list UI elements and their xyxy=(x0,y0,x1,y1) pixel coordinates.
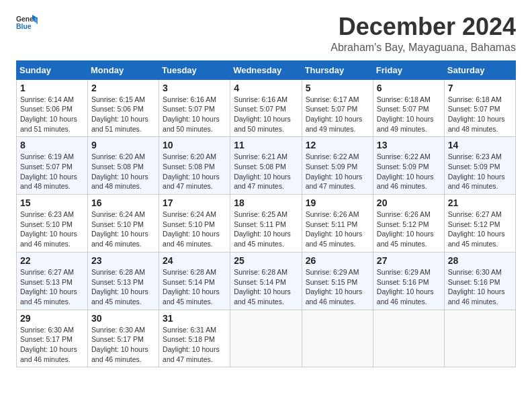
day-info: Sunrise: 6:30 AM Sunset: 5:17 PM Dayligh… xyxy=(91,325,155,365)
day-info: Sunrise: 6:30 AM Sunset: 5:17 PM Dayligh… xyxy=(20,325,84,365)
day-info: Sunrise: 6:23 AM Sunset: 5:10 PM Dayligh… xyxy=(20,210,84,249)
day-number: 16 xyxy=(91,197,155,208)
day-info: Sunrise: 6:20 AM Sunset: 5:08 PM Dayligh… xyxy=(163,152,226,191)
day-number: 6 xyxy=(377,83,441,93)
day-number: 8 xyxy=(20,140,84,150)
week-row-4: 22Sunrise: 6:27 AM Sunset: 5:13 PM Dayli… xyxy=(17,252,516,310)
day-info: Sunrise: 6:22 AM Sunset: 5:09 PM Dayligh… xyxy=(306,152,369,191)
calendar-cell: 31Sunrise: 6:31 AM Sunset: 5:18 PM Dayli… xyxy=(159,310,230,367)
day-number: 4 xyxy=(234,83,298,93)
week-row-5: 29Sunrise: 6:30 AM Sunset: 5:17 PM Dayli… xyxy=(17,310,516,367)
week-row-2: 8Sunrise: 6:19 AM Sunset: 5:07 PM Daylig… xyxy=(17,137,516,195)
week-row-1: 1Sunrise: 6:14 AM Sunset: 5:06 PM Daylig… xyxy=(17,79,516,137)
day-number: 15 xyxy=(20,197,84,208)
calendar-cell: 16Sunrise: 6:24 AM Sunset: 5:10 PM Dayli… xyxy=(88,195,159,253)
day-number: 1 xyxy=(20,83,84,93)
day-info: Sunrise: 6:24 AM Sunset: 5:10 PM Dayligh… xyxy=(91,210,155,249)
calendar-cell: 22Sunrise: 6:27 AM Sunset: 5:13 PM Dayli… xyxy=(17,252,88,310)
day-info: Sunrise: 6:25 AM Sunset: 5:11 PM Dayligh… xyxy=(234,210,298,249)
day-info: Sunrise: 6:28 AM Sunset: 5:14 PM Dayligh… xyxy=(163,267,226,307)
day-number: 20 xyxy=(377,197,441,208)
day-number: 29 xyxy=(20,313,84,324)
calendar-cell: 7Sunrise: 6:18 AM Sunset: 5:07 PM Daylig… xyxy=(444,79,515,137)
day-info: Sunrise: 6:21 AM Sunset: 5:08 PM Dayligh… xyxy=(234,152,298,191)
calendar-cell: 28Sunrise: 6:30 AM Sunset: 5:16 PM Dayli… xyxy=(444,252,515,310)
calendar-cell: 1Sunrise: 6:14 AM Sunset: 5:06 PM Daylig… xyxy=(17,79,88,137)
calendar-cell xyxy=(230,310,302,367)
col-thursday: Thursday xyxy=(302,60,373,79)
calendar-cell: 30Sunrise: 6:30 AM Sunset: 5:17 PM Dayli… xyxy=(88,310,159,367)
day-info: Sunrise: 6:17 AM Sunset: 5:07 PM Dayligh… xyxy=(306,95,369,134)
calendar-cell: 13Sunrise: 6:22 AM Sunset: 5:09 PM Dayli… xyxy=(373,137,444,195)
day-number: 13 xyxy=(377,140,441,150)
calendar-cell: 6Sunrise: 6:18 AM Sunset: 5:07 PM Daylig… xyxy=(373,79,444,137)
col-sunday: Sunday xyxy=(17,60,88,79)
day-info: Sunrise: 6:26 AM Sunset: 5:11 PM Dayligh… xyxy=(306,210,369,249)
day-number: 21 xyxy=(448,197,512,208)
calendar-cell: 15Sunrise: 6:23 AM Sunset: 5:10 PM Dayli… xyxy=(17,195,88,253)
calendar-cell: 12Sunrise: 6:22 AM Sunset: 5:09 PM Dayli… xyxy=(302,137,373,195)
day-number: 24 xyxy=(163,255,226,266)
col-friday: Friday xyxy=(373,60,444,79)
day-number: 10 xyxy=(163,140,226,150)
day-info: Sunrise: 6:20 AM Sunset: 5:08 PM Dayligh… xyxy=(91,152,155,191)
day-number: 30 xyxy=(91,313,155,324)
weekday-header-row: Sunday Monday Tuesday Wednesday Thursday… xyxy=(17,60,516,79)
day-info: Sunrise: 6:15 AM Sunset: 5:06 PM Dayligh… xyxy=(91,95,155,134)
calendar-cell: 29Sunrise: 6:30 AM Sunset: 5:17 PM Dayli… xyxy=(17,310,88,367)
calendar-cell: 8Sunrise: 6:19 AM Sunset: 5:07 PM Daylig… xyxy=(17,137,88,195)
day-number: 2 xyxy=(91,83,155,93)
day-number: 27 xyxy=(377,255,441,266)
calendar-cell xyxy=(373,310,444,367)
day-number: 22 xyxy=(20,255,84,266)
day-number: 25 xyxy=(234,255,298,266)
day-number: 18 xyxy=(234,197,298,208)
day-info: Sunrise: 6:31 AM Sunset: 5:18 PM Dayligh… xyxy=(163,325,226,365)
day-number: 28 xyxy=(448,255,512,266)
title-block: December 2024 Abraham's Bay, Mayaguana, … xyxy=(330,13,516,54)
calendar-cell: 11Sunrise: 6:21 AM Sunset: 5:08 PM Dayli… xyxy=(230,137,302,195)
calendar-cell: 21Sunrise: 6:27 AM Sunset: 5:12 PM Dayli… xyxy=(444,195,515,253)
calendar-cell: 27Sunrise: 6:29 AM Sunset: 5:16 PM Dayli… xyxy=(373,252,444,310)
day-number: 7 xyxy=(448,83,512,93)
day-info: Sunrise: 6:26 AM Sunset: 5:12 PM Dayligh… xyxy=(377,210,441,249)
day-number: 31 xyxy=(163,313,226,324)
svg-text:Blue: Blue xyxy=(16,23,32,30)
calendar-cell: 2Sunrise: 6:15 AM Sunset: 5:06 PM Daylig… xyxy=(88,79,159,137)
calendar-cell xyxy=(444,310,515,367)
day-info: Sunrise: 6:29 AM Sunset: 5:15 PM Dayligh… xyxy=(306,267,369,307)
col-saturday: Saturday xyxy=(444,60,515,79)
day-info: Sunrise: 6:19 AM Sunset: 5:07 PM Dayligh… xyxy=(20,152,84,191)
calendar-cell: 17Sunrise: 6:24 AM Sunset: 5:10 PM Dayli… xyxy=(159,195,230,253)
week-row-3: 15Sunrise: 6:23 AM Sunset: 5:10 PM Dayli… xyxy=(17,195,516,253)
calendar-cell: 14Sunrise: 6:23 AM Sunset: 5:09 PM Dayli… xyxy=(444,137,515,195)
day-info: Sunrise: 6:29 AM Sunset: 5:16 PM Dayligh… xyxy=(377,267,441,307)
calendar-cell: 25Sunrise: 6:28 AM Sunset: 5:14 PM Dayli… xyxy=(230,252,302,310)
day-info: Sunrise: 6:18 AM Sunset: 5:07 PM Dayligh… xyxy=(377,95,441,134)
day-info: Sunrise: 6:18 AM Sunset: 5:07 PM Dayligh… xyxy=(448,95,512,134)
day-info: Sunrise: 6:16 AM Sunset: 5:07 PM Dayligh… xyxy=(163,95,226,134)
day-number: 19 xyxy=(306,197,369,208)
day-number: 5 xyxy=(306,83,369,93)
day-info: Sunrise: 6:27 AM Sunset: 5:13 PM Dayligh… xyxy=(20,267,84,307)
calendar-table: Sunday Monday Tuesday Wednesday Thursday… xyxy=(16,60,516,368)
day-number: 12 xyxy=(306,140,369,150)
logo-icon: General Blue xyxy=(16,13,38,32)
calendar-cell: 18Sunrise: 6:25 AM Sunset: 5:11 PM Dayli… xyxy=(230,195,302,253)
day-number: 23 xyxy=(91,255,155,266)
calendar-cell: 10Sunrise: 6:20 AM Sunset: 5:08 PM Dayli… xyxy=(159,137,230,195)
day-info: Sunrise: 6:30 AM Sunset: 5:16 PM Dayligh… xyxy=(448,267,512,307)
calendar-cell: 5Sunrise: 6:17 AM Sunset: 5:07 PM Daylig… xyxy=(302,79,373,137)
day-info: Sunrise: 6:14 AM Sunset: 5:06 PM Dayligh… xyxy=(20,95,84,134)
day-info: Sunrise: 6:24 AM Sunset: 5:10 PM Dayligh… xyxy=(163,210,226,249)
day-number: 9 xyxy=(91,140,155,150)
col-wednesday: Wednesday xyxy=(230,60,302,79)
day-number: 11 xyxy=(234,140,298,150)
page-header: General Blue December 2024 Abraham's Bay… xyxy=(16,13,516,54)
col-tuesday: Tuesday xyxy=(159,60,230,79)
col-monday: Monday xyxy=(88,60,159,79)
calendar-cell: 3Sunrise: 6:16 AM Sunset: 5:07 PM Daylig… xyxy=(159,79,230,137)
calendar-cell xyxy=(302,310,373,367)
calendar-cell: 20Sunrise: 6:26 AM Sunset: 5:12 PM Dayli… xyxy=(373,195,444,253)
day-number: 26 xyxy=(306,255,369,266)
